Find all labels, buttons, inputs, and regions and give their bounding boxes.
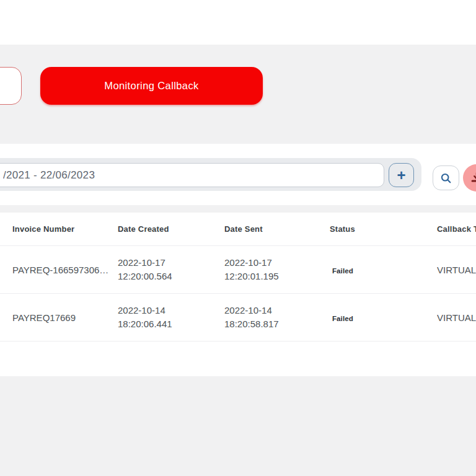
table-row[interactable]: PAYREQ17669 2022-10-14 18:20:06.441 2022… xyxy=(0,294,476,342)
page: Monitoring Callback + Invoice Number Dat… xyxy=(0,0,476,476)
date-range-input[interactable] xyxy=(0,163,384,187)
callbacks-table: Invoice Number Date Created Date Sent St… xyxy=(0,213,476,376)
status-badge: Failed xyxy=(332,315,353,322)
search-icon xyxy=(439,172,452,185)
column-header-invoice-number: Invoice Number xyxy=(12,224,118,234)
download-button[interactable] xyxy=(463,164,476,192)
table-row[interactable]: PAYREQ-166597306… 2022-10-17 12:20:00.56… xyxy=(0,246,476,294)
status-cell: Failed xyxy=(330,265,437,275)
date-created-date: 2022-10-17 xyxy=(118,256,224,270)
invoice-number-cell: PAYREQ-166597306… xyxy=(12,265,118,275)
date-created-cell: 2022-10-17 12:20:00.564 xyxy=(118,256,224,283)
bottom-background xyxy=(0,376,476,476)
column-header-status: Status xyxy=(330,224,437,234)
top-header-strip xyxy=(0,0,476,45)
date-created-date: 2022-10-14 xyxy=(118,304,224,317)
date-sent-date: 2022-10-14 xyxy=(224,304,330,317)
toolbar-band: Monitoring Callback xyxy=(0,45,476,144)
table-header-row: Invoice Number Date Created Date Sent St… xyxy=(0,213,476,246)
date-created-cell: 2022-10-14 18:20:06.441 xyxy=(118,304,224,331)
column-header-date-created: Date Created xyxy=(118,224,224,234)
secondary-tab-button[interactable] xyxy=(0,67,22,105)
invoice-number-cell: PAYREQ17669 xyxy=(12,312,118,323)
status-cell: Failed xyxy=(330,312,437,323)
date-sent-time: 18:20:58.817 xyxy=(224,317,330,331)
column-header-callback-type: Callback T xyxy=(437,224,476,234)
date-created-time: 18:20:06.441 xyxy=(118,317,224,331)
date-sent-time: 12:20:01.195 xyxy=(224,270,330,283)
date-sent-date: 2022-10-17 xyxy=(224,256,330,270)
callback-type-cell: VIRTUALA xyxy=(437,265,476,275)
column-header-date-sent: Date Sent xyxy=(224,224,330,234)
date-sent-cell: 2022-10-14 18:20:58.817 xyxy=(224,304,330,331)
monitoring-callback-button[interactable]: Monitoring Callback xyxy=(40,67,263,105)
download-icon xyxy=(470,171,476,185)
status-badge: Failed xyxy=(332,267,353,275)
add-filter-button[interactable]: + xyxy=(389,163,414,187)
callback-type-cell: VIRTUALA xyxy=(437,312,476,323)
date-created-time: 12:20:00.564 xyxy=(118,270,224,283)
search-button[interactable] xyxy=(433,165,459,190)
filter-card: + xyxy=(0,144,476,205)
date-sent-cell: 2022-10-17 12:20:01.195 xyxy=(224,256,330,283)
card-gap xyxy=(0,205,476,213)
